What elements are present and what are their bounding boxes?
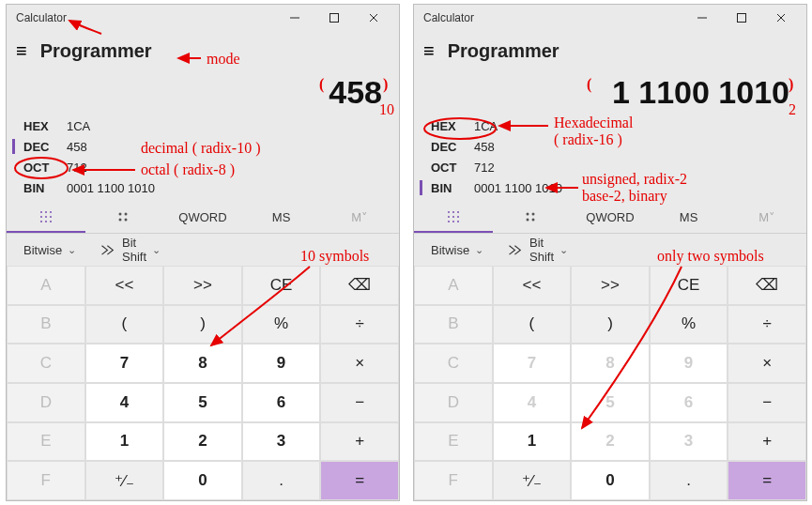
key-rparen[interactable]: ) (163, 305, 242, 344)
svg-point-12 (50, 221, 52, 222)
memory-store-button[interactable]: MS (650, 202, 728, 233)
minimize-button[interactable] (275, 5, 314, 31)
bitshift-dropdown[interactable]: Bit Shift⌄ (99, 236, 161, 264)
bitshift-dropdown[interactable]: Bit Shift⌄ (506, 236, 568, 264)
key-6[interactable]: 6 (650, 383, 728, 422)
word-size-button[interactable]: QWORD (163, 202, 242, 233)
key-percent[interactable]: % (650, 305, 728, 344)
word-size-button[interactable]: QWORD (571, 202, 650, 233)
key-multiply[interactable]: × (320, 344, 399, 383)
key-1[interactable]: 1 (493, 422, 572, 462)
key-rparen[interactable]: ) (571, 305, 650, 344)
close-button[interactable] (354, 5, 393, 31)
memory-store-button[interactable]: MS (242, 202, 321, 233)
key-lparen[interactable]: ( (85, 305, 164, 344)
key-2[interactable]: 2 (163, 422, 242, 462)
bitwise-dropdown[interactable]: Bitwise⌄ (18, 243, 76, 257)
key-equals[interactable]: = (728, 461, 806, 500)
radix-oct[interactable]: OCT712 (423, 157, 797, 177)
radix-dec[interactable]: DEC458 (423, 136, 797, 157)
maximize-button[interactable] (722, 5, 761, 31)
key-a[interactable]: A (7, 266, 85, 305)
memory-menu-button[interactable]: M˅ (728, 202, 806, 233)
menu-icon[interactable]: ≡ (16, 40, 27, 62)
key-4[interactable]: 4 (493, 383, 572, 422)
svg-point-32 (527, 218, 529, 221)
key-a[interactable]: A (414, 266, 493, 305)
key-lshift[interactable]: << (85, 266, 164, 305)
key-f[interactable]: F (7, 461, 85, 500)
radix-hex[interactable]: HEX1CA (423, 115, 797, 136)
maximize-button[interactable] (314, 5, 354, 31)
key-clear-entry[interactable]: CE (650, 266, 728, 305)
key-5[interactable]: 5 (163, 383, 242, 422)
key-rshift[interactable]: >> (163, 266, 242, 305)
key-d[interactable]: D (414, 383, 493, 422)
radix-list: HEX1CA DEC458 OCT712 BIN0001 1100 1010 (414, 114, 806, 202)
key-f[interactable]: F (414, 461, 493, 500)
bit-toggle-button[interactable] (493, 202, 572, 233)
bitwise-dropdown[interactable]: Bitwise⌄ (425, 243, 483, 257)
key-subtract[interactable]: − (320, 383, 399, 422)
minimize-button[interactable] (682, 5, 722, 31)
key-backspace[interactable]: ⌫ (320, 266, 399, 305)
bit-toggle-button[interactable] (85, 202, 164, 233)
key-c[interactable]: C (7, 344, 85, 383)
keypad-toggle-button[interactable] (7, 202, 85, 233)
key-e[interactable]: E (414, 422, 493, 462)
key-e[interactable]: E (7, 422, 85, 462)
key-add[interactable]: + (320, 422, 399, 462)
radix-bin[interactable]: BIN0001 1100 1010 (423, 177, 797, 198)
key-percent[interactable]: % (242, 305, 321, 344)
close-button[interactable] (761, 5, 801, 31)
key-8[interactable]: 8 (571, 344, 650, 383)
key-sign[interactable]: ⁺∕₋ (85, 461, 164, 500)
key-3[interactable]: 3 (650, 422, 728, 462)
svg-point-28 (452, 221, 454, 222)
keypad: A << >> CE ⌫ B ( ) % ÷ C 7 8 9 × D 4 5 6… (7, 266, 399, 500)
key-d[interactable]: D (7, 383, 85, 422)
key-decimal[interactable]: . (242, 461, 321, 500)
key-c[interactable]: C (414, 344, 493, 383)
window-title: Calculator (423, 11, 474, 24)
key-1[interactable]: 1 (85, 422, 164, 462)
key-equals[interactable]: = (320, 461, 399, 500)
key-7[interactable]: 7 (493, 344, 572, 383)
key-divide[interactable]: ÷ (728, 305, 806, 344)
key-clear-entry[interactable]: CE (242, 266, 321, 305)
titlebar: Calculator (414, 5, 806, 31)
svg-point-31 (532, 212, 535, 215)
key-subtract[interactable]: − (728, 383, 806, 422)
key-rshift[interactable]: >> (571, 266, 650, 305)
key-2[interactable]: 2 (571, 422, 650, 462)
menu-icon[interactable]: ≡ (423, 40, 435, 62)
key-divide[interactable]: ÷ (320, 305, 399, 344)
key-b[interactable]: B (414, 305, 493, 344)
key-multiply[interactable]: × (728, 344, 806, 383)
key-b[interactable]: B (7, 305, 85, 344)
key-decimal[interactable]: . (650, 461, 728, 500)
keypad-toggle-button[interactable] (414, 202, 493, 233)
key-add[interactable]: + (728, 422, 806, 462)
result-display: 458 (7, 70, 399, 114)
key-5[interactable]: 5 (571, 383, 650, 422)
key-9[interactable]: 9 (242, 344, 321, 383)
key-6[interactable]: 6 (242, 383, 321, 422)
key-lshift[interactable]: << (493, 266, 572, 305)
key-4[interactable]: 4 (85, 383, 164, 422)
key-backspace[interactable]: ⌫ (728, 266, 806, 305)
svg-point-5 (45, 211, 47, 213)
key-3[interactable]: 3 (242, 422, 321, 462)
key-0[interactable]: 0 (571, 461, 650, 500)
key-0[interactable]: 0 (163, 461, 242, 500)
key-sign[interactable]: ⁺∕₋ (493, 461, 572, 500)
memory-menu-button[interactable]: M˅ (320, 202, 399, 233)
key-9[interactable]: 9 (650, 344, 728, 383)
radix-oct[interactable]: OCT712 (16, 157, 390, 177)
radix-hex[interactable]: HEX1CA (16, 115, 390, 136)
key-7[interactable]: 7 (85, 344, 164, 383)
radix-dec[interactable]: DEC458 (16, 136, 390, 157)
radix-bin[interactable]: BIN0001 1100 1010 (16, 177, 390, 198)
key-lparen[interactable]: ( (493, 305, 572, 344)
key-8[interactable]: 8 (163, 344, 242, 383)
